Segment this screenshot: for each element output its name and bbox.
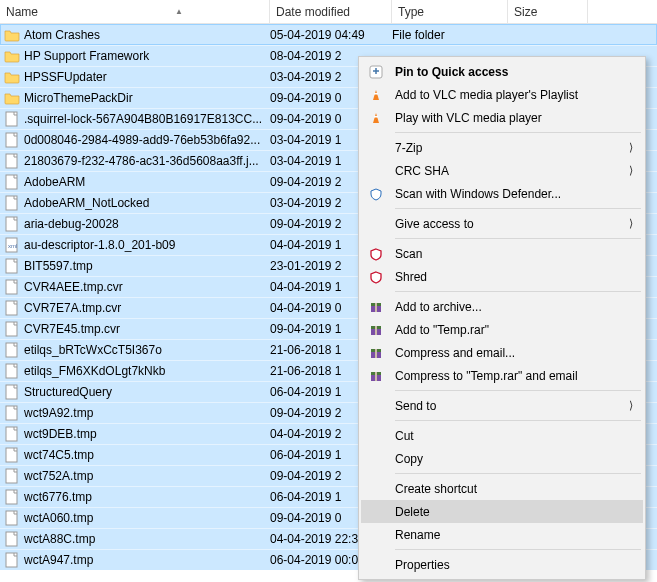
file-icon: [4, 447, 20, 463]
column-header-size[interactable]: Size: [508, 0, 588, 23]
menu-properties[interactable]: Properties: [361, 553, 643, 576]
file-name: aria-debug-20028: [24, 217, 270, 231]
column-header-date[interactable]: Date modified: [270, 0, 392, 23]
file-icon: [4, 468, 20, 484]
submenu-arrow-icon: ⟩: [629, 141, 633, 154]
menu-create-shortcut[interactable]: Create shortcut: [361, 477, 643, 500]
menu-label: Play with VLC media player: [395, 111, 542, 125]
menu-send-to[interactable]: Send to ⟩: [361, 394, 643, 417]
shield-icon: [367, 185, 385, 203]
svg-marker-26: [373, 113, 379, 123]
menu-separator: [395, 390, 641, 391]
file-name: wctA947.tmp: [24, 553, 270, 567]
menu-mcafee-shred[interactable]: Shred: [361, 265, 643, 288]
folder-icon: [4, 27, 20, 43]
menu-compress-and-email[interactable]: Compress and email...: [361, 341, 643, 364]
svg-text:xml: xml: [8, 243, 17, 249]
menu-compress-temp-email[interactable]: Compress to "Temp.rar" and email: [361, 364, 643, 387]
svg-rect-22: [6, 553, 17, 567]
file-icon: [4, 531, 20, 547]
winrar-icon: [367, 321, 385, 339]
menu-add-to-archive[interactable]: Add to archive...: [361, 295, 643, 318]
svg-rect-30: [375, 303, 377, 312]
svg-rect-0: [6, 112, 17, 126]
menu-label: Scan with Windows Defender...: [395, 187, 561, 201]
menu-copy[interactable]: Copy: [361, 447, 643, 470]
folder-icon: [4, 69, 20, 85]
svg-rect-15: [6, 406, 17, 420]
svg-rect-19: [6, 490, 17, 504]
file-name: wct752A.tmp: [24, 469, 270, 483]
menu-label: Add to "Temp.rar": [395, 323, 489, 337]
svg-rect-33: [375, 326, 377, 335]
menu-add-to-temp-rar[interactable]: Add to "Temp.rar": [361, 318, 643, 341]
svg-rect-12: [6, 343, 17, 357]
file-name: wct9DEB.tmp: [24, 427, 270, 441]
file-row[interactable]: Atom Crashes05-04-2019 04:49File folder: [0, 24, 657, 45]
context-menu: Pin to Quick access Add to VLC media pla…: [358, 56, 646, 580]
file-icon: [4, 258, 20, 274]
menu-vlc-play[interactable]: Play with VLC media player: [361, 106, 643, 129]
svg-rect-3: [6, 175, 17, 189]
file-name: wctA88C.tmp: [24, 532, 270, 546]
menu-label: Rename: [395, 528, 440, 542]
menu-separator: [395, 291, 641, 292]
folder-icon: [4, 90, 20, 106]
winrar-icon: [367, 298, 385, 316]
sort-ascending-icon: ▲: [175, 7, 183, 16]
svg-rect-36: [375, 349, 377, 358]
menu-label: Compress to "Temp.rar" and email: [395, 369, 578, 383]
file-name: au-descriptor-1.8.0_201-b09: [24, 238, 270, 252]
menu-pin-quick-access[interactable]: Pin to Quick access: [361, 60, 643, 83]
menu-separator: [395, 549, 641, 550]
menu-label: Properties: [395, 558, 450, 572]
file-icon: [4, 489, 20, 505]
menu-defender-scan[interactable]: Scan with Windows Defender...: [361, 182, 643, 205]
file-icon: [4, 405, 20, 421]
menu-separator: [395, 132, 641, 133]
menu-rename[interactable]: Rename: [361, 523, 643, 546]
winrar-icon: [367, 344, 385, 362]
menu-label: Shred: [395, 270, 427, 284]
menu-label: Cut: [395, 429, 414, 443]
menu-separator: [395, 238, 641, 239]
menu-vlc-add-playlist[interactable]: Add to VLC media player's Playlist: [361, 83, 643, 106]
svg-rect-9: [6, 280, 17, 294]
menu-delete[interactable]: Delete: [361, 500, 643, 523]
file-icon: [4, 216, 20, 232]
file-name: AdobeARM: [24, 175, 270, 189]
menu-7zip[interactable]: 7-Zip ⟩: [361, 136, 643, 159]
file-name: .squirrel-lock-567A904B80B16917E813CC...: [24, 112, 270, 126]
file-name: MicroThemePackDir: [24, 91, 270, 105]
file-name: HPSSFUpdater: [24, 70, 270, 84]
column-header-name[interactable]: Name ▲: [0, 0, 270, 23]
column-header-row: Name ▲ Date modified Type Size: [0, 0, 657, 24]
menu-label: Give access to: [395, 217, 474, 231]
svg-rect-27: [374, 116, 378, 118]
submenu-arrow-icon: ⟩: [629, 217, 633, 230]
file-name: etilqs_FM6XKdOLgt7kNkb: [24, 364, 270, 378]
file-icon: [4, 342, 20, 358]
menu-cut[interactable]: Cut: [361, 424, 643, 447]
file-name: CVR4AEE.tmp.cvr: [24, 280, 270, 294]
file-name: CVR7E45.tmp.cvr: [24, 322, 270, 336]
submenu-arrow-icon: ⟩: [629, 164, 633, 177]
svg-rect-21: [6, 532, 17, 546]
menu-label: Create shortcut: [395, 482, 477, 496]
file-icon: [4, 195, 20, 211]
menu-separator: [395, 473, 641, 474]
file-name: CVR7E7A.tmp.cvr: [24, 301, 270, 315]
file-name: AdobeARM_NotLocked: [24, 196, 270, 210]
menu-give-access-to[interactable]: Give access to ⟩: [361, 212, 643, 235]
svg-rect-5: [6, 217, 17, 231]
vlc-icon: [367, 86, 385, 104]
svg-rect-14: [6, 385, 17, 399]
menu-crc-sha[interactable]: CRC SHA ⟩: [361, 159, 643, 182]
menu-mcafee-scan[interactable]: Scan: [361, 242, 643, 265]
menu-label: Pin to Quick access: [395, 65, 508, 79]
file-icon: [4, 279, 20, 295]
menu-label: Scan: [395, 247, 422, 261]
column-header-type[interactable]: Type: [392, 0, 508, 23]
menu-label: CRC SHA: [395, 164, 449, 178]
file-icon: [4, 132, 20, 148]
